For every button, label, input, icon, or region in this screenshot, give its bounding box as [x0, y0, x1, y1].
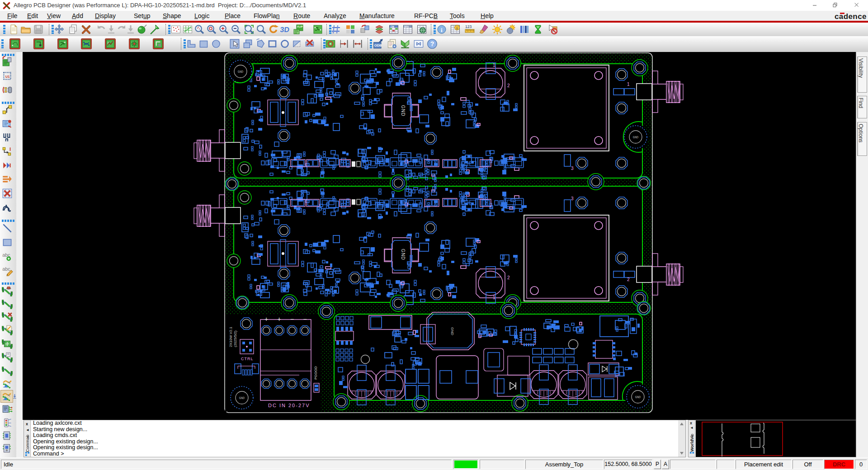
- svg-text:1: 1: [493, 295, 495, 300]
- svg-text:U1: U1: [5, 75, 10, 79]
- svg-text:−: −: [303, 315, 307, 323]
- svg-text:2X10W V2.1: 2X10W V2.1: [229, 327, 233, 347]
- svg-text:(2025/5/2): (2025/5/2): [233, 330, 237, 347]
- svg-text:GND: GND: [633, 136, 639, 139]
- svg-text:1: 1: [627, 82, 630, 87]
- svg-text:GND: GND: [635, 395, 641, 399]
- svg-text:+: +: [277, 315, 281, 323]
- svg-text:1: 1: [493, 63, 495, 68]
- svg-text:ODB: ODB: [374, 43, 382, 47]
- svg-text:123: 123: [465, 24, 472, 29]
- svg-text:3: 3: [571, 166, 574, 171]
- svg-text:CM: CM: [391, 25, 394, 28]
- svg-text:i: i: [441, 27, 443, 33]
- svg-text:−: −: [290, 315, 294, 323]
- svg-text:?: ?: [430, 40, 434, 47]
- svg-text:GND: GND: [238, 70, 244, 74]
- svg-text:GND: GND: [401, 249, 406, 260]
- svg-text:FLIP: FLIP: [297, 25, 303, 28]
- svg-text:GND: GND: [450, 327, 454, 335]
- svg-text:DC IN 20-27V: DC IN 20-27V: [268, 403, 310, 408]
- svg-text:DFA: DFA: [404, 25, 409, 28]
- svg-text:CTRL: CTRL: [241, 357, 254, 361]
- svg-text:PGOOD: PGOOD: [314, 366, 318, 380]
- svg-text:GND: GND: [239, 396, 245, 400]
- svg-text:3: 3: [571, 196, 574, 201]
- svg-text:abc: abc: [2, 266, 10, 272]
- svg-text:GND: GND: [401, 105, 406, 116]
- svg-text:2: 2: [507, 275, 510, 280]
- svg-text:3D: 3D: [280, 25, 290, 33]
- svg-text:+: +: [264, 315, 268, 323]
- svg-text:2: 2: [627, 277, 630, 282]
- svg-text:2: 2: [507, 83, 510, 88]
